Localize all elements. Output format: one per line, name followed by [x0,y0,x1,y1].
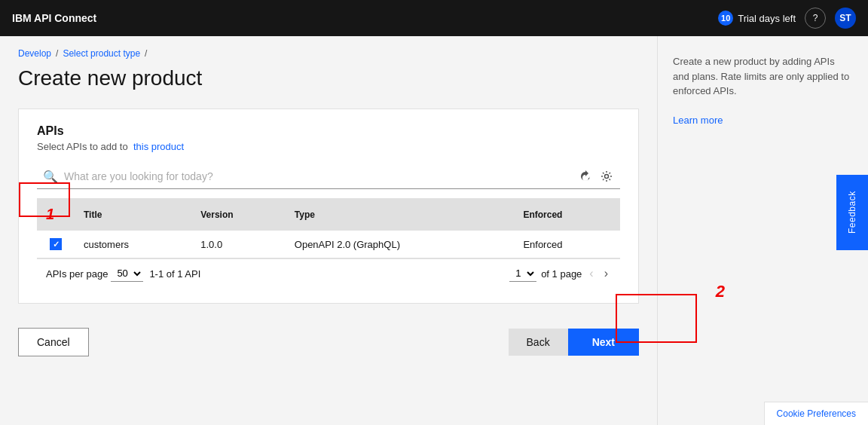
panel-subtitle: Select APIs to add to this product [37,141,620,152]
checkbox-wrap [46,238,66,250]
breadcrumb-select-product-type[interactable]: Select product type [63,48,140,59]
trial-label: Trial days left [738,13,796,24]
app-brand: IBM API Connect [12,12,96,24]
per-page-dropdown[interactable]: 50 25 10 [111,265,143,282]
page-select: 1 [509,265,536,282]
apis-panel: APIs Select APIs to add to this product … [18,109,639,304]
sidebar-learn-more[interactable]: Learn more [673,115,723,126]
breadcrumb-sep2: / [145,48,147,59]
trial-badge: 10 Trial days left [718,11,796,26]
row-checkbox[interactable] [50,238,62,250]
api-table: 1 Title Version Type Enforced [37,198,620,258]
sidebar-description: Create a new product by adding APIs and … [673,54,853,99]
table-header-enforced: Enforced [514,198,620,231]
table-header: 1 Title Version Type Enforced [37,198,620,231]
next-page-button[interactable]: › [601,265,611,282]
search-icon: 🔍 [43,170,58,184]
cookie-preferences[interactable]: Cookie Preferences [764,402,868,425]
back-button[interactable]: Back [509,329,568,356]
search-bar: 🔍 [37,164,620,189]
panel-title: APIs [37,124,620,138]
breadcrumb-sep1: / [56,48,58,59]
prev-page-button[interactable]: ‹ [586,265,596,282]
bottom-bar: Cancel Back Next [18,316,639,368]
svg-point-0 [605,175,609,179]
table-cell-title: customers [75,231,191,258]
topnav: IBM API Connect 10 Trial days left ? ST [0,0,868,36]
feedback-tab[interactable]: Feedback [836,175,868,250]
row-annotation-1: 1 [46,206,54,222]
table-cell-checkbox [37,231,75,258]
cancel-button[interactable]: Cancel [18,328,89,356]
page-title: Create new product [18,66,639,90]
btn-group: Back Next [509,329,639,356]
next-button[interactable]: Next [568,329,639,356]
table-body: customers 1.0.0 OpenAPI 2.0 (GraphQL) En… [37,231,620,258]
page-body: Develop / Select product type / Create n… [0,36,868,425]
table-header-version: Version [191,198,286,231]
user-avatar[interactable]: ST [835,8,856,29]
search-actions [578,169,614,184]
table-cell-enforced: Enforced [514,231,620,258]
settings-button[interactable] [599,169,614,184]
search-input[interactable] [64,170,572,182]
trial-days-count: 10 [718,11,733,26]
panel-subtitle-link[interactable]: this product [133,141,184,152]
breadcrumb: Develop / Select product type / [18,48,639,59]
topnav-right: 10 Trial days left ? ST [718,8,856,29]
per-page-select: APIs per page 50 25 10 [46,265,143,282]
table-header-checkbox-col: 1 [37,198,75,231]
pagination-right: 1 of 1 page ‹ › [509,265,611,282]
refresh-button[interactable] [578,169,593,184]
table-cell-type: OpenAPI 2.0 (GraphQL) [286,231,515,258]
range-label: 1-1 of 1 API [149,268,200,280]
per-page-label: APIs per page [46,268,108,280]
main-content: Develop / Select product type / Create n… [0,36,657,425]
table-header-type: Type [286,198,515,231]
page-dropdown[interactable]: 1 [509,265,536,282]
pagination-left: APIs per page 50 25 10 1-1 of 1 API [46,265,200,282]
table-header-title: Title [75,198,191,231]
table-row: customers 1.0.0 OpenAPI 2.0 (GraphQL) En… [37,231,620,258]
panel-subtitle-text: Select APIs to add to [37,141,128,152]
help-icon[interactable]: ? [805,8,826,29]
breadcrumb-develop[interactable]: Develop [18,48,51,59]
of-page-label: of 1 page [541,268,582,280]
table-cell-version: 1.0.0 [191,231,286,258]
pagination-bar: APIs per page 50 25 10 1-1 of 1 API 1 [37,258,620,288]
